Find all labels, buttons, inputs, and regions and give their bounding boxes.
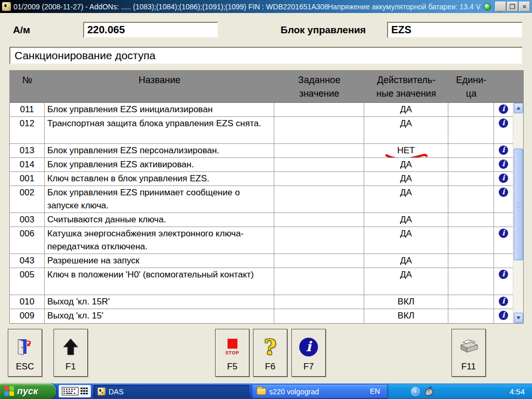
header-number: №	[10, 71, 45, 102]
info-icon[interactable]: i	[499, 270, 508, 279]
close-button[interactable]: ×	[519, 2, 530, 11]
start-label: пуск	[17, 386, 38, 397]
table-row[interactable]: 014 Блок управления EZS активирован. ДА …	[10, 158, 513, 172]
info-circle-icon: i	[299, 334, 318, 361]
table-row[interactable]: 005 Ключ в положении 'H0' (вспомогательн…	[10, 268, 513, 295]
f5-label: F5	[227, 362, 237, 372]
info-icon[interactable]: i	[499, 297, 508, 306]
folder-icon	[257, 388, 266, 395]
vertical-scrollbar[interactable]	[513, 103, 523, 323]
hide-icons-chevron-icon[interactable]: ‹	[411, 387, 420, 396]
row-unit	[448, 309, 494, 323]
table-row[interactable]: 001 Ключ вставлен в блок управления EZS.…	[10, 172, 513, 186]
info-icon[interactable]: i	[499, 229, 508, 238]
row-name: Блок управления EZS активирован.	[45, 158, 274, 171]
values-table: № Название Заданное значение Действитель…	[9, 70, 524, 324]
table-row[interactable]: 003 Считываются данные ключа. ДА	[10, 213, 513, 227]
row-name: Транспортная защита блока управления EZS…	[45, 117, 274, 143]
info-icon[interactable]: i	[499, 311, 508, 320]
f5-button[interactable]: STOP F5	[215, 329, 249, 377]
table-row[interactable]: 010 Выход 'кл. 15R' ВКЛ i	[10, 295, 513, 309]
row-number: 005	[10, 268, 45, 295]
control-unit-label: Блок управления	[281, 24, 366, 36]
row-target	[274, 158, 364, 171]
language-indicator[interactable]: EN	[370, 383, 380, 399]
f1-button[interactable]: F1	[54, 329, 88, 377]
table-row[interactable]: 012 Транспортная защита блока управления…	[10, 117, 513, 144]
keyboard-icon[interactable]	[62, 387, 78, 395]
chevron-down-icon	[516, 316, 521, 320]
minimize-button[interactable]: _	[495, 2, 506, 11]
vehicle-model-field[interactable]: 220.065	[83, 22, 218, 38]
function-button-bar: ESC F1 STOP F5 ? F6	[0, 327, 532, 379]
row-target	[274, 254, 364, 268]
windows-flag-icon	[4, 386, 15, 396]
clock[interactable]: 4:54	[510, 387, 525, 396]
info-icon[interactable]: i	[499, 159, 508, 169]
mouse-tray-icon[interactable]	[424, 386, 435, 396]
scrollbar-thumb[interactable]	[514, 149, 523, 260]
exit-door-icon	[15, 334, 35, 361]
row-name: Блок управления EZS персонализирован.	[45, 144, 274, 157]
info-icon[interactable]: i	[499, 145, 508, 155]
f7-label: F7	[303, 362, 314, 372]
table-row[interactable]: 011 Блок управления EZS инициализирован …	[10, 103, 513, 117]
table-row[interactable]: 002 Блок управления EZS принимает сообще…	[10, 186, 513, 213]
restore-button[interactable]: ❐	[507, 2, 518, 11]
table-row[interactable]: 006 Катушка энергоснабжения электронного…	[10, 227, 513, 254]
start-button[interactable]: пуск	[0, 383, 56, 399]
esc-button[interactable]: ESC	[8, 329, 42, 377]
row-name: Ключ вставлен в блок управления EZS.	[45, 172, 274, 185]
info-icon[interactable]: i	[499, 104, 508, 114]
table-row[interactable]: 013 Блок управления EZS персонализирован…	[10, 144, 513, 158]
control-unit-field[interactable]: EZS	[387, 22, 523, 38]
row-number: 011	[10, 103, 45, 116]
taskbar-item-das[interactable]: DAS	[94, 385, 249, 398]
row-number: 012	[10, 117, 45, 143]
f11-label: F11	[461, 362, 476, 372]
row-number: 014	[10, 158, 45, 171]
row-target	[274, 309, 364, 323]
table-row[interactable]: 009 Выход 'кл. 15' ВКЛ i	[10, 309, 513, 323]
title-bar: 01/2009 (2008-11-27) - AddONs: ..... (10…	[0, 0, 532, 13]
chevron-up-icon	[516, 107, 521, 110]
f6-button[interactable]: ? F6	[253, 329, 287, 377]
row-unit	[448, 295, 494, 309]
row-unit	[448, 117, 494, 143]
row-actual: ДА	[364, 103, 448, 116]
info-icon[interactable]: i	[499, 188, 508, 197]
info-icon[interactable]: i	[499, 118, 508, 128]
row-number: 003	[10, 213, 45, 227]
close-icon: ×	[523, 3, 527, 10]
taskbar-item-das-label: DAS	[109, 388, 124, 396]
table-body: 011 Блок управления EZS инициализирован …	[10, 103, 513, 323]
scroll-up-button[interactable]	[514, 103, 523, 113]
row-name: Блок управления EZS принимает сообщение …	[45, 186, 274, 212]
row-actual: ДА	[364, 227, 448, 254]
taskbar-item-folder-label: s220 volgograd	[269, 388, 319, 396]
stop-icon: STOP	[225, 334, 239, 361]
row-target	[274, 268, 364, 295]
f7-button[interactable]: i F7	[291, 329, 326, 377]
row-name: Катушка энергоснабжения электронного клю…	[45, 227, 274, 254]
row-name: Считываются данные ключа.	[45, 213, 274, 227]
row-unit	[448, 254, 494, 268]
row-name: Ключ в положении 'H0' (вспомогательный к…	[45, 268, 274, 295]
row-actual: ДА	[364, 172, 448, 185]
row-target	[274, 186, 364, 212]
f11-button[interactable]: F11	[451, 329, 486, 377]
vehicle-label: А/м	[13, 24, 30, 36]
row-actual: ДА	[364, 117, 448, 143]
row-number: 009	[10, 309, 45, 323]
app-icon	[2, 2, 11, 11]
row-target	[274, 103, 364, 116]
table-header-row: № Название Заданное значение Действитель…	[10, 71, 523, 103]
table-row[interactable]: 043 Разрешение на запуск ДА	[10, 254, 513, 268]
battery-status-led-icon	[484, 3, 491, 10]
help-question-icon: ?	[264, 334, 276, 361]
page-title: Санкционирование доступа	[9, 47, 523, 64]
keypad-icon[interactable]	[80, 387, 88, 395]
row-target	[274, 295, 364, 309]
info-icon[interactable]: i	[499, 174, 508, 183]
scroll-down-button[interactable]	[514, 313, 523, 323]
